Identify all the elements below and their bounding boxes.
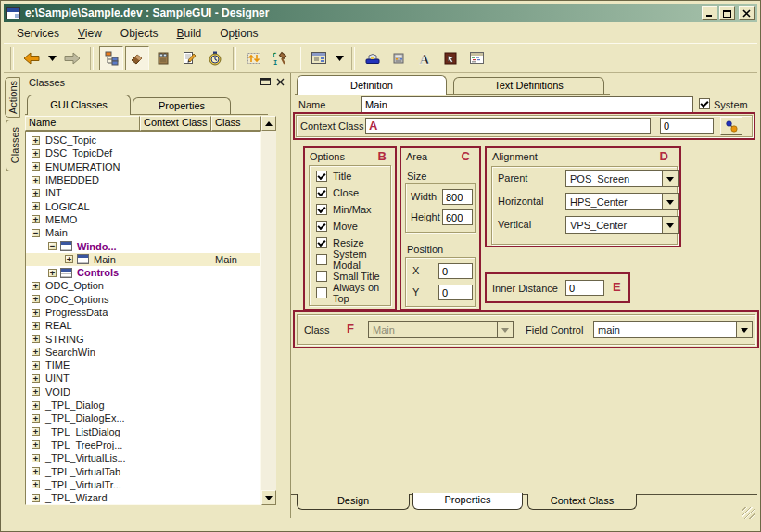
tab-text-definitions[interactable]: Text Definitions — [453, 77, 604, 94]
context-class-input[interactable] — [365, 118, 651, 134]
system-checkbox[interactable] — [699, 98, 710, 109]
tree-item-progressdata[interactable]: +ProgressData — [26, 306, 260, 319]
collapse-icon[interactable]: − — [32, 229, 40, 237]
expand-icon[interactable]: + — [32, 215, 40, 223]
tree-item--tpl-dialogex-[interactable]: +_TPL_DialogEx... — [26, 412, 260, 424]
tree-item-odc-options[interactable]: +ODC_Options — [26, 293, 260, 306]
context-class-index-input[interactable] — [660, 118, 714, 134]
tree-item-uint[interactable]: +UINT — [26, 372, 260, 385]
expand-icon[interactable]: + — [32, 440, 40, 449]
tree-item-odc-option[interactable]: +ODC_Option — [26, 279, 260, 292]
menu-view[interactable]: View — [69, 25, 111, 42]
clock-button[interactable] — [203, 46, 227, 70]
expand-icon[interactable]: + — [32, 348, 40, 356]
expand-icon[interactable]: + — [32, 295, 40, 303]
menu-options[interactable]: Options — [210, 25, 267, 42]
height-input[interactable] — [442, 209, 473, 225]
width-input[interactable] — [442, 189, 473, 205]
checkbox-always-on-top[interactable] — [316, 287, 327, 298]
resize-grip[interactable] — [742, 507, 755, 519]
window-list-button[interactable] — [307, 46, 331, 70]
tree-item-imbedded[interactable]: +IMBEDDED — [26, 173, 260, 186]
back-button[interactable] — [19, 46, 44, 70]
tree-item-time[interactable]: +TIME — [26, 359, 260, 372]
field-control-dropdown[interactable]: main — [593, 321, 753, 338]
expand-icon[interactable]: + — [32, 162, 40, 171]
expand-icon[interactable]: + — [32, 387, 40, 396]
back-history-dropdown[interactable] — [45, 46, 58, 70]
vertical-dropdown[interactable]: VPS_Center — [565, 216, 679, 234]
horizontal-dropdown[interactable]: HPS_Center — [565, 193, 679, 210]
tree-item--tpl-dialog[interactable]: +_TPL_Dialog — [26, 399, 260, 412]
tree-item-dsc-topic[interactable]: +DSC_Topic — [26, 133, 260, 146]
inner-distance-input[interactable] — [565, 280, 604, 296]
tree-item--tpl-virtuallis-[interactable]: +_TPL_VirtualLis... — [26, 451, 260, 464]
expand-icon[interactable]: + — [32, 136, 40, 145]
scrollbar-track[interactable] — [261, 131, 276, 505]
column-header-name[interactable]: Name — [25, 116, 140, 131]
expand-icon[interactable]: + — [32, 176, 40, 184]
tree-item-string[interactable]: +STRING — [26, 332, 260, 345]
tree-item--tpl-treeproj-[interactable]: +_TPL_TreeProj... — [26, 438, 260, 451]
expand-icon[interactable]: + — [32, 282, 40, 290]
tab-definition[interactable]: Definition — [297, 75, 447, 95]
tree-item--tpl-virtualtr-[interactable]: +_TPL_VirtualTr... — [26, 478, 260, 491]
expand-icon[interactable]: + — [32, 374, 40, 383]
compile-button[interactable]: C I — [268, 46, 292, 70]
checkbox-move[interactable] — [316, 221, 327, 232]
tree-item-enumeration[interactable]: +ENUMERATION — [26, 160, 260, 173]
book-button[interactable] — [151, 46, 175, 70]
column-header-context-class[interactable]: Context Class — [140, 116, 211, 131]
scroll-up-button[interactable] — [261, 116, 276, 131]
context-class-picker-button[interactable] — [720, 117, 742, 135]
expand-icon[interactable]: + — [48, 269, 57, 277]
checkbox-small-title[interactable] — [316, 271, 327, 282]
bottom-tab-properties[interactable]: Properties — [412, 493, 523, 510]
expand-icon[interactable]: + — [32, 335, 40, 343]
window-list-dropdown[interactable] — [333, 46, 346, 70]
name-input[interactable] — [361, 96, 693, 113]
dock-tab-classes[interactable]: Classes — [6, 120, 22, 171]
minimize-button[interactable] — [702, 6, 717, 20]
checkbox-min-max[interactable] — [316, 204, 327, 215]
tree-item-logical[interactable]: +LOGICAL — [26, 199, 260, 212]
expand-icon[interactable]: + — [32, 480, 40, 488]
dock-tab-actions[interactable]: Actions — [5, 77, 20, 118]
tree-item--tpl-wizard[interactable]: +_TPL_Wizard — [26, 491, 260, 504]
forward-button[interactable] — [60, 46, 84, 70]
tree-item-void[interactable]: +VOID — [26, 386, 260, 399]
tree-item-dsc-topicdef[interactable]: +DSC_TopicDef — [26, 146, 260, 159]
close-panel-button[interactable] — [273, 75, 287, 88]
checkbox-title[interactable] — [316, 171, 327, 182]
checkbox-resize[interactable] — [316, 237, 327, 248]
script-window-button[interactable] — [464, 46, 488, 70]
collapse-icon[interactable]: − — [48, 242, 57, 250]
bottom-tab-context-class[interactable]: Context Class — [527, 494, 637, 510]
expand-icon[interactable]: + — [32, 189, 40, 197]
tab-properties[interactable]: Properties — [133, 97, 231, 114]
edit-document-button[interactable] — [177, 46, 201, 70]
tree-item-windo-[interactable]: −Windo... — [26, 239, 260, 252]
float-panel-button[interactable] — [259, 75, 273, 88]
expand-icon[interactable]: + — [32, 322, 40, 330]
checkbox-system-modal[interactable] — [316, 254, 327, 265]
expand-icon[interactable]: + — [32, 467, 40, 475]
expand-icon[interactable]: + — [32, 414, 40, 423]
menu-build[interactable]: Build — [168, 25, 211, 42]
color-picker-button[interactable] — [438, 46, 463, 70]
tree-item-real[interactable]: +REAL — [26, 319, 260, 332]
expand-icon[interactable]: + — [32, 454, 40, 462]
bottom-tab-design[interactable]: Design — [297, 494, 410, 510]
close-button[interactable] — [739, 6, 755, 20]
tree-item--tpl-listdialog[interactable]: +_TPL_ListDialog — [26, 425, 260, 438]
font-button[interactable]: A — [412, 46, 437, 70]
expand-icon[interactable]: + — [65, 255, 73, 263]
expand-icon[interactable]: + — [32, 361, 40, 370]
tree-item-main[interactable]: +MainMain — [26, 253, 260, 266]
class-tree-toggle-button[interactable] — [99, 46, 123, 70]
tree-item--tpl-virtualtab[interactable]: +_TPL_VirtualTab — [26, 464, 260, 477]
maximize-button[interactable] — [719, 6, 735, 20]
eraser-toggle-button[interactable] — [125, 46, 149, 70]
expand-icon[interactable]: + — [32, 149, 40, 158]
menu-objects[interactable]: Objects — [111, 25, 168, 42]
